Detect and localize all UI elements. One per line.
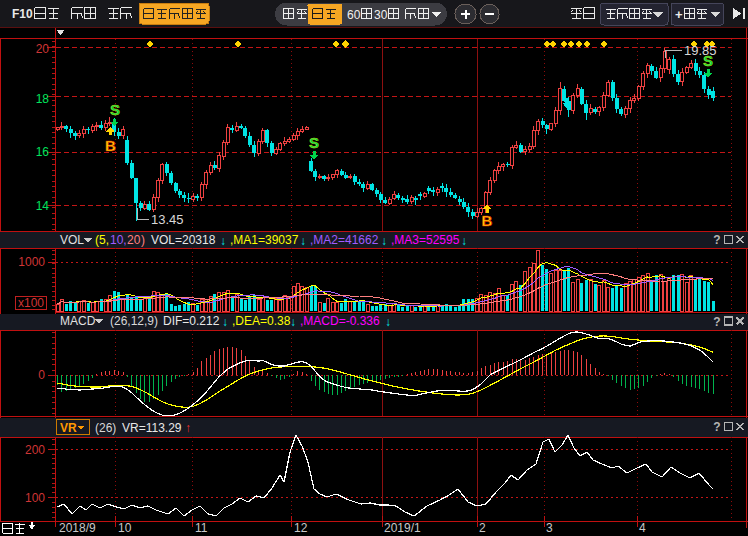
svg-text:B: B — [482, 212, 493, 229]
svg-text:VOL: VOL — [60, 233, 84, 247]
svg-text:↑: ↑ — [185, 421, 191, 435]
svg-text:4: 4 — [639, 521, 646, 535]
svg-text:30: 30 — [374, 8, 388, 22]
svg-text:F10: F10 — [12, 7, 33, 21]
svg-text:200: 200 — [25, 443, 45, 457]
svg-text:↓: ↓ — [381, 234, 387, 248]
svg-text:14: 14 — [36, 199, 50, 213]
svg-text:): ) — [141, 233, 145, 247]
svg-text:S: S — [110, 101, 120, 118]
svg-text:VR: VR — [60, 421, 77, 435]
svg-text:MACD: MACD — [60, 314, 96, 328]
svg-text:,MA3=52595: ,MA3=52595 — [391, 233, 460, 247]
svg-text:20: 20 — [127, 233, 141, 247]
svg-text:?: ? — [713, 420, 720, 434]
svg-text:,MA2=41662: ,MA2=41662 — [310, 233, 379, 247]
svg-text:2018/9: 2018/9 — [59, 521, 96, 535]
svg-text:12: 12 — [294, 521, 308, 535]
svg-text:10: 10 — [118, 521, 132, 535]
svg-text:1000: 1000 — [18, 255, 45, 269]
svg-text:5,: 5, — [99, 233, 109, 247]
svg-text:?: ? — [713, 315, 720, 329]
svg-text:↓: ↓ — [220, 234, 226, 248]
svg-text:10,: 10, — [110, 233, 127, 247]
svg-text:100: 100 — [25, 491, 45, 505]
svg-text:↓: ↓ — [461, 234, 467, 248]
svg-text:2: 2 — [479, 521, 486, 535]
svg-text:↓: ↓ — [290, 315, 296, 329]
svg-text:18: 18 — [36, 92, 50, 106]
svg-text:11: 11 — [195, 521, 208, 535]
svg-text:B: B — [105, 137, 116, 154]
svg-text:DIF=0.212: DIF=0.212 — [163, 314, 220, 328]
svg-text:↓: ↓ — [222, 315, 228, 329]
svg-text:?: ? — [713, 233, 720, 247]
svg-text:VR=113.29: VR=113.29 — [122, 421, 182, 435]
svg-text:16: 16 — [36, 145, 50, 159]
svg-text:20: 20 — [36, 42, 50, 56]
svg-text:↓: ↓ — [300, 234, 306, 248]
svg-text:x100: x100 — [18, 296, 44, 310]
svg-text:13.45: 13.45 — [151, 212, 184, 227]
svg-text:3: 3 — [546, 521, 553, 535]
svg-text:,MA1=39037: ,MA1=39037 — [230, 233, 299, 247]
svg-text:60: 60 — [347, 8, 361, 22]
svg-text:S: S — [703, 52, 713, 69]
svg-text:S: S — [309, 134, 319, 151]
svg-text:+: + — [675, 7, 683, 22]
svg-text:,MACD=-0.336: ,MACD=-0.336 — [300, 314, 380, 328]
svg-text:2019/1: 2019/1 — [384, 521, 421, 535]
svg-text:↓: ↓ — [385, 315, 391, 329]
svg-text:(26,12,9): (26,12,9) — [110, 314, 158, 328]
svg-text:(26): (26) — [95, 421, 116, 435]
svg-text:VOL=20318: VOL=20318 — [151, 233, 216, 247]
svg-text:0: 0 — [38, 368, 45, 382]
svg-text:,DEA=0.38: ,DEA=0.38 — [232, 314, 291, 328]
